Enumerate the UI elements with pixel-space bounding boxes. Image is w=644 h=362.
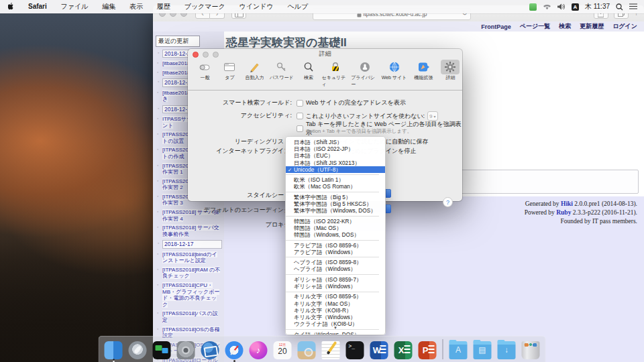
tab-tabs[interactable]: タブ (218, 60, 241, 81)
encoding-option[interactable]: 韓国語（ISO 2022-KR） (286, 218, 385, 225)
encoding-option[interactable]: アラビア語（Windows） (286, 249, 385, 255)
launchpad-icon[interactable] (129, 341, 147, 359)
menu-bar-item[interactable]: 編集 (96, 3, 121, 10)
encoding-option[interactable]: ヘブライ語（Windows） (286, 266, 385, 273)
system-preferences-icon[interactable] (177, 341, 195, 359)
itunes-icon[interactable]: ♪ (250, 341, 268, 359)
input-source-icon[interactable]: A (572, 3, 579, 11)
encoding-option[interactable]: 繁体字中国語（Windows, DOS） (286, 208, 385, 215)
powerpoint-icon[interactable]: P (419, 341, 437, 359)
page-title: 惑星学実験実習の基礎II (224, 32, 644, 50)
menu-bar-items: Safari ファイル 編集 表示 履歴 ブックマーク ウインドウ ヘルプ (22, 2, 314, 11)
smart-search-label: スマート検索フィールド: (188, 99, 292, 107)
encoding-option[interactable]: ギリシャ語（Windows） (286, 283, 385, 290)
encoding-popup-cap[interactable] (386, 204, 391, 213)
encoding-option[interactable]: キリル文字（Windows） (286, 314, 385, 321)
wiki-nav-link[interactable]: 更新履歴 (580, 22, 604, 31)
security-lock-icon (326, 60, 345, 74)
sidebar-title: 最近の更新 (156, 36, 200, 47)
calendar-icon[interactable]: 12月 20 (274, 341, 292, 359)
encoding-option[interactable]: タイ語（Windows, DOS） (286, 331, 385, 335)
safari-dock-icon[interactable] (225, 341, 244, 359)
dialog-minimize-button[interactable] (203, 52, 209, 58)
menu-bar-item[interactable]: 表示 (123, 3, 149, 10)
word-icon[interactable]: W (370, 341, 388, 359)
tab-autofill[interactable]: 自動入力 (243, 60, 266, 81)
applications-folder-icon[interactable]: A (449, 341, 468, 359)
documents-folder-icon[interactable]: ▤ (474, 341, 492, 359)
wiki-nav-link[interactable]: 検索 (559, 22, 571, 31)
sidebar-entry[interactable]: [ITPASS2018]バスの設定 (162, 310, 222, 323)
encoding-option[interactable]: キリル文字（KOI8-R） (286, 307, 385, 314)
volume-icon[interactable] (557, 3, 566, 10)
apple-menu-icon[interactable] (8, 3, 15, 11)
tab-general[interactable]: 一般 (193, 60, 217, 81)
sidebar-entry[interactable]: [ITPASS2018]bindのインストールと設定 (162, 251, 222, 264)
dialog-titlebar: 詳細 (188, 49, 462, 59)
sidebar-entry[interactable]: [ITPASS2018]CPU・MB・グラフィックボード・電源の不良チェック (162, 282, 222, 308)
encoding-option[interactable]: 韓国語（Windows, DOS） (286, 232, 385, 239)
encoding-option[interactable]: 繁体字中国語（Big 5 HKSCS） (286, 200, 385, 207)
dialog-close-button[interactable] (193, 52, 199, 58)
tab-search[interactable]: 検索 (297, 60, 321, 81)
dock-separator[interactable] (443, 339, 443, 359)
encoding-option[interactable]: 欧米（ISO Latin 1） (286, 176, 385, 183)
menu-scroll-down-arrow[interactable]: ▼ (285, 326, 386, 330)
encoding-option[interactable]: 日本語（Shift JIS X0213） (286, 160, 385, 166)
encoding-option[interactable]: 韓国語（Mac OS） (286, 225, 385, 231)
help-button[interactable]: ? (443, 197, 453, 207)
encoding-option[interactable]: ✓ Unicode（UTF-8） (286, 166, 385, 173)
tab-extensions[interactable]: 機能拡張 (409, 60, 437, 81)
wifi-icon[interactable] (543, 3, 551, 10)
wiki-nav-link[interactable]: ログイン (612, 22, 637, 31)
autofill-pencil-icon (245, 60, 264, 74)
tab-privacy[interactable]: プライバシー (351, 60, 379, 88)
min-font-size-checkbox[interactable] (297, 113, 303, 119)
footer-link[interactable]: Hiki (561, 200, 573, 207)
encoding-option[interactable]: キリル文字（ISO 8859-5） (286, 294, 385, 300)
show-full-address-checkbox[interactable] (297, 100, 303, 107)
encoding-option[interactable]: 日本語（Shift JIS） (286, 139, 385, 145)
menu-bar-item[interactable]: 履歴 (151, 3, 176, 10)
tab-websites[interactable]: Web サイト (380, 60, 409, 81)
textedit-icon[interactable] (322, 341, 340, 359)
encoding-option[interactable]: 欧米（Mac OS Roman） (286, 184, 385, 190)
spotlight-icon[interactable] (616, 3, 623, 11)
encoding-option[interactable]: キリル文字（Mac OS） (286, 300, 385, 307)
tab-passwords[interactable]: パスワード (268, 60, 296, 81)
thunderbird-icon[interactable] (201, 341, 219, 359)
menu-bar-clock[interactable]: 木 11:37 (585, 2, 610, 11)
tiles-app-icon[interactable] (153, 341, 171, 359)
preview-icon[interactable] (298, 341, 316, 359)
menu-bar-item[interactable]: ウインドウ (233, 3, 280, 10)
status-app-icon[interactable] (529, 3, 537, 11)
trash-icon[interactable] (522, 341, 540, 359)
wiki-nav-link[interactable]: FrontPage (481, 23, 511, 30)
menu-bar-item[interactable]: ファイル (55, 3, 95, 10)
stylesheet-popup-cap[interactable] (386, 189, 391, 198)
menu-bar-item[interactable]: Safari (22, 3, 53, 10)
footer-link[interactable]: Ruby (556, 209, 571, 216)
wiki-nav-link[interactable]: ページ一覧 (520, 22, 550, 31)
tab-advanced[interactable]: 詳細 (439, 60, 462, 81)
terminal-icon[interactable]: >_ (346, 341, 364, 359)
finder-icon[interactable] (105, 341, 123, 359)
tab-security[interactable]: セキュリティ (322, 60, 350, 88)
encoding-option[interactable]: 繁体字中国語（Big 5） (286, 194, 385, 200)
menu-bar-item[interactable]: ヘルプ (282, 3, 315, 10)
font-size-select[interactable]: 9▾ (427, 111, 437, 121)
sidebar-entry[interactable]: 2018-12-17 (162, 240, 222, 248)
downloads-folder-icon[interactable]: ↓ (498, 341, 516, 359)
dialog-zoom-button[interactable] (213, 52, 219, 58)
sidebar-entry[interactable]: [ITPASS2018]RAM の不良チェック (162, 267, 222, 280)
encoding-option[interactable]: ヘブライ語（ISO 8859-8） (286, 259, 385, 265)
encoding-option[interactable]: 日本語（EUC） (286, 153, 385, 160)
excel-icon[interactable]: X (394, 341, 413, 359)
menu-bar-item[interactable]: ブックマーク (178, 3, 231, 10)
extensions-icon (414, 60, 433, 74)
encoding-option[interactable]: アラビア語（ISO 8859-6） (286, 242, 385, 249)
reading-list-label: リーディングリスト: (188, 137, 292, 146)
notification-center-icon[interactable] (629, 3, 637, 10)
encoding-option[interactable]: ギリシャ語（ISO 8859-7） (286, 276, 385, 283)
encoding-option[interactable]: 日本語（ISO 2022-JP） (286, 145, 385, 152)
